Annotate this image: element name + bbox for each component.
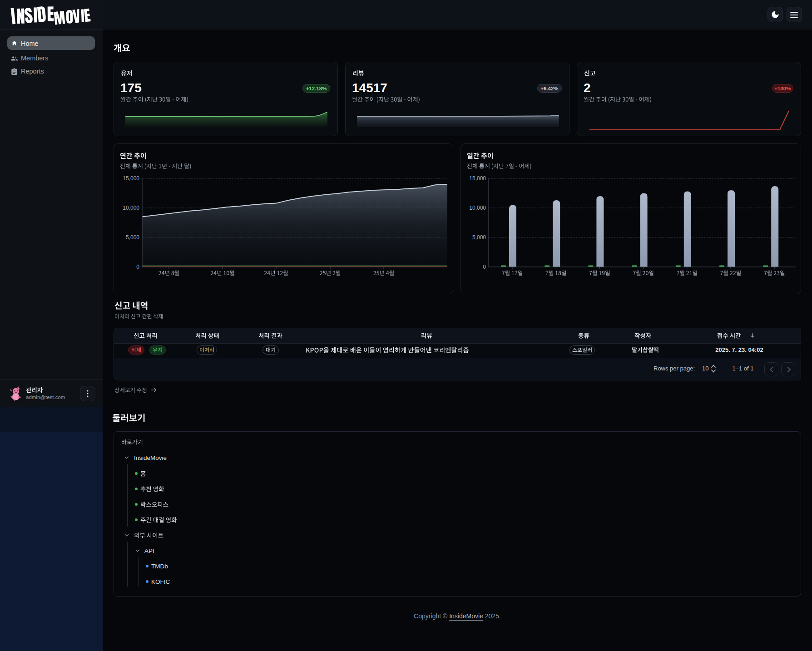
svg-text:5,000: 5,000 [472, 234, 486, 241]
svg-text:5,000: 5,000 [126, 234, 139, 241]
svg-text:0: 0 [483, 264, 486, 270]
svg-text:10,000: 10,000 [469, 205, 486, 211]
svg-text:0: 0 [136, 264, 139, 270]
svg-text:15,000: 15,000 [469, 175, 486, 182]
svg-text:10,000: 10,000 [123, 205, 139, 211]
svg-text:15,000: 15,000 [123, 175, 139, 182]
